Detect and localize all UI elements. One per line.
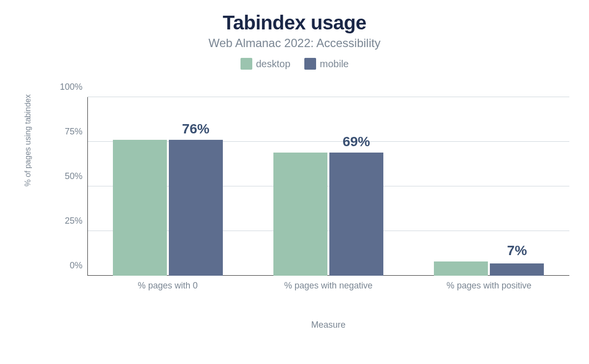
bar-desktop-1 bbox=[273, 153, 327, 276]
plot-area: 0% 25% 50% 75% 100% 76% 69% 7% bbox=[87, 97, 569, 276]
y-tick-label: 25% bbox=[53, 216, 82, 226]
bar-desktop-2 bbox=[434, 261, 488, 276]
x-tick-label: % pages with negative bbox=[248, 281, 408, 291]
legend-swatch-desktop bbox=[241, 58, 252, 70]
legend-swatch-mobile bbox=[304, 58, 316, 70]
bar-group-0: 76% bbox=[87, 97, 248, 276]
bar-mobile-2 bbox=[490, 263, 544, 276]
bar-group-1: 69% bbox=[248, 97, 408, 276]
legend-label-mobile: mobile bbox=[320, 58, 349, 70]
legend-item-mobile: mobile bbox=[304, 58, 349, 70]
x-tick-label: % pages with positive bbox=[409, 281, 569, 291]
legend: desktop mobile bbox=[0, 58, 589, 70]
y-tick-label: 0% bbox=[53, 260, 82, 271]
y-axis-title: % of pages using tabindex bbox=[24, 94, 32, 186]
y-tick-label: 100% bbox=[53, 82, 82, 92]
data-label-2: 7% bbox=[490, 243, 544, 259]
chart-subtitle: Web Almanac 2022: Accessibility bbox=[0, 36, 589, 50]
bars-layer: 76% 69% 7% bbox=[87, 97, 569, 276]
x-tick-label: % pages with 0 bbox=[87, 281, 248, 291]
data-label-1: 69% bbox=[329, 134, 383, 150]
x-axis-title: Measure bbox=[87, 320, 569, 330]
y-tick-label: 75% bbox=[53, 127, 82, 137]
bar-desktop-0 bbox=[113, 140, 167, 276]
bar-group-2: 7% bbox=[409, 97, 569, 276]
bar-mobile-0 bbox=[169, 140, 223, 276]
legend-item-desktop: desktop bbox=[241, 58, 291, 70]
legend-label-desktop: desktop bbox=[256, 58, 291, 70]
bar-mobile-1 bbox=[329, 153, 383, 276]
chart-title: Tabindex usage bbox=[0, 12, 589, 34]
y-tick-label: 50% bbox=[53, 171, 82, 182]
chart-container: Tabindex usage Web Almanac 2022: Accessi… bbox=[0, 0, 589, 364]
data-label-0: 76% bbox=[169, 121, 223, 137]
